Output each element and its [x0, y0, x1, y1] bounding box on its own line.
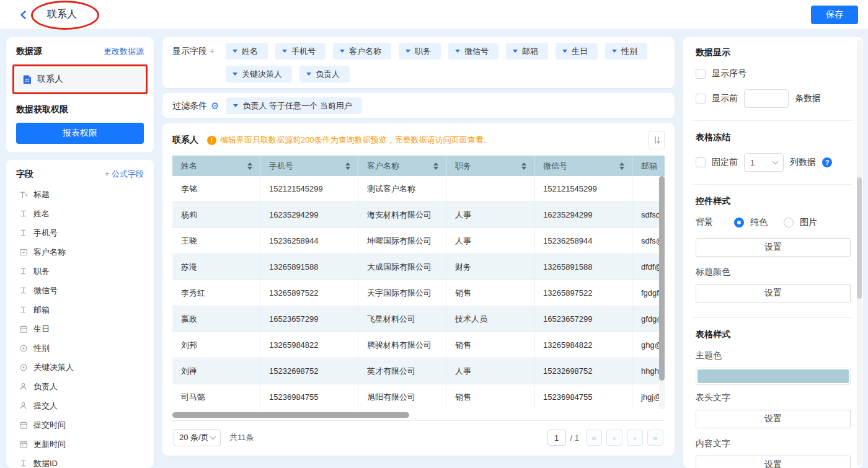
field-item[interactable]: 关键决策人 — [16, 358, 144, 377]
first-page-button[interactable]: « — [586, 430, 602, 446]
chevron-down-icon — [232, 50, 237, 53]
save-button[interactable]: 保存 — [811, 6, 858, 24]
table-title: 联系人 — [172, 135, 198, 146]
next-page-button[interactable]: › — [627, 430, 643, 446]
current-page-input[interactable]: 1 — [547, 430, 566, 446]
vertical-scrollbar-thumb[interactable] — [659, 176, 665, 381]
field-item[interactable]: 姓名 — [16, 204, 144, 223]
table-body: 李铭152121545299测试客户名称152121545299杨莉162352… — [172, 176, 665, 409]
table-column-header[interactable]: 客户名称 — [358, 156, 446, 176]
table-cell: 15236984755 — [534, 384, 632, 409]
table-cell: 152121545299 — [534, 176, 632, 202]
field-item[interactable]: 负责人 — [16, 377, 144, 396]
display-field-tag[interactable]: 关键决策人 — [226, 66, 292, 82]
horizontal-scrollbar-thumb[interactable] — [172, 412, 409, 418]
chevron-down-icon — [282, 50, 287, 53]
table-cell: 杨莉 — [172, 202, 260, 228]
freeze-title: 表格冻结 — [696, 132, 851, 143]
gear-icon[interactable]: ⚙ — [211, 101, 219, 110]
field-item[interactable]: 标题 — [16, 185, 144, 204]
row-order-button[interactable] — [649, 131, 665, 149]
table-cell: 腾骏材料有限公司 — [358, 332, 446, 358]
field-item[interactable]: 提交时间 — [16, 415, 144, 435]
field-item[interactable]: 数据ID — [16, 454, 144, 468]
add-formula-field-link[interactable]: + 公式字段 — [105, 169, 144, 180]
sort-icon[interactable] — [247, 162, 252, 170]
total-pages-label: / 1 — [570, 433, 579, 443]
table-cell: 16523657299 — [534, 306, 632, 332]
theme-color-swatch[interactable] — [696, 368, 851, 385]
right-sidebar: 数据显示 显示序号 显示前 条数据 表格冻结 固定前 1 — [683, 37, 863, 468]
next-page-icon: › — [634, 433, 636, 443]
field-item[interactable]: 微信号 — [16, 281, 144, 300]
filter-panel: 过滤条件 ⚙ 负责人 等于任意一个 当前用户 — [162, 93, 675, 118]
datasource-item[interactable]: 联系人 — [16, 68, 144, 91]
display-field-tag[interactable]: 客户名称 — [333, 43, 391, 60]
table-cell: 销售 — [446, 280, 534, 306]
table-column-header[interactable]: 职务 — [446, 156, 534, 176]
freeze-checkbox[interactable] — [696, 157, 706, 167]
table-column-header[interactable]: 手机号 — [260, 156, 358, 176]
prev-page-button[interactable]: ‹ — [606, 430, 622, 446]
scrollbar-thumb[interactable] — [857, 177, 862, 299]
show-first-input[interactable] — [744, 89, 789, 108]
sort-icon[interactable] — [521, 162, 526, 170]
field-item[interactable]: 提交人 — [16, 396, 144, 415]
text-icon — [19, 459, 28, 468]
freeze-prefix: 固定前 — [712, 157, 738, 168]
field-item[interactable]: 更新时间 — [16, 435, 144, 454]
table-column-header[interactable]: 姓名 — [172, 156, 260, 176]
content-text-set-button[interactable]: 设置 — [696, 456, 851, 468]
show-index-checkbox[interactable] — [696, 69, 706, 79]
last-page-button[interactable]: » — [647, 430, 663, 446]
table-viewport: 姓名 手机号 客户名称 职务 微信号 邮箱 李铭152121545299测试客户… — [172, 156, 665, 409]
pagination-bar: 20 条/页 共11条 1 / 1 «‹›» — [172, 420, 665, 456]
sort-icon[interactable] — [619, 162, 624, 170]
display-field-tag[interactable]: 性别 — [605, 43, 647, 60]
data-display-title: 数据显示 — [696, 47, 851, 58]
display-field-tag[interactable]: 邮箱 — [506, 43, 548, 60]
help-icon[interactable]: ? — [822, 157, 832, 167]
show-first-suffix: 条数据 — [795, 93, 821, 104]
text-icon — [19, 209, 28, 218]
radio-icon — [19, 363, 28, 372]
table-cell: 15232698752 — [260, 358, 358, 384]
title-color-set-button[interactable]: 设置 — [696, 284, 851, 302]
table-column-header[interactable]: 微信号 — [534, 156, 632, 176]
sort-icon[interactable] — [433, 162, 438, 170]
field-item[interactable]: 客户名称 — [16, 242, 144, 262]
freeze-count-select[interactable]: 1 — [744, 153, 784, 172]
add-display-field-button[interactable]: + — [210, 46, 215, 56]
left-sidebar: 数据源 更改数据源 联系人 数据获取权限 报表权限 字段 + 公式字段 — [6, 37, 154, 468]
annotation-rect: 联系人 — [12, 64, 148, 94]
field-item[interactable]: 邮箱 — [16, 300, 144, 319]
display-field-tag[interactable]: 手机号 — [275, 43, 326, 60]
display-field-tag[interactable]: 生日 — [556, 43, 598, 60]
filter-condition-tag[interactable]: 负责人 等于任意一个 当前用户 — [226, 97, 361, 114]
header-text-set-button[interactable]: 设置 — [696, 410, 851, 428]
back-icon[interactable] — [17, 9, 30, 21]
radio-icon — [19, 343, 28, 353]
display-field-tags: 姓名 手机号 客户名称 职务 微信号 邮箱 生日 性别 关键决策人 负责人 — [226, 43, 665, 82]
vertical-scrollbar — [659, 176, 665, 409]
table-row: 刘邦13265984822腾骏材料有限公司销售13265984822ghg@1 — [172, 332, 665, 358]
image-radio[interactable] — [784, 218, 794, 227]
page-size-select[interactable]: 20 条/页 — [174, 429, 221, 446]
change-datasource-link[interactable]: 更改数据源 — [104, 46, 144, 57]
display-field-tag[interactable]: 姓名 — [226, 43, 268, 60]
sort-icon[interactable] — [345, 162, 350, 170]
display-field-tag[interactable]: 职务 — [399, 43, 441, 60]
table-column-header[interactable]: 邮箱 — [632, 156, 665, 176]
show-first-checkbox[interactable] — [696, 94, 706, 104]
field-item[interactable]: 性别 — [16, 338, 144, 358]
table-cell: 天宇国际有限公司 — [358, 280, 446, 306]
report-permission-button[interactable]: 报表权限 — [16, 123, 144, 144]
display-field-tag[interactable]: 微信号 — [448, 43, 498, 60]
solid-color-radio[interactable] — [734, 218, 744, 227]
filter-condition-label: 负责人 等于任意一个 当前用户 — [242, 100, 352, 112]
background-set-button[interactable]: 设置 — [696, 238, 851, 257]
display-field-tag[interactable]: 负责人 — [299, 66, 350, 82]
field-item[interactable]: 手机号 — [16, 223, 144, 242]
field-item[interactable]: 职务 — [16, 262, 144, 281]
field-item[interactable]: 生日 — [16, 319, 144, 338]
